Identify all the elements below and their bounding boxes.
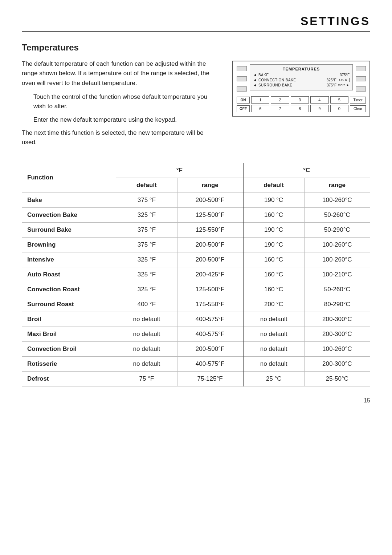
oven-panel-wrapper: TEMPERATURES ◄ BAKE 375°F ◄ CONVECTION B… [232,59,370,152]
intro-row: The default temperature of each function… [22,59,370,152]
cell-c-default: 160 °C [243,282,304,297]
cell-f-range: 125-500°F [177,207,243,222]
cell-c-default: no default [243,341,304,356]
cell-c-range: 200-300°C [304,312,370,327]
cell-function: Maxi Broil [22,327,116,341]
right-bar-3 [356,86,366,92]
key-on[interactable]: ON [237,97,250,104]
left-bars [237,64,247,93]
cell-f-range: 400-575°F [177,356,243,371]
keypad-row-2: OFF 6 7 8 9 0 Clear [237,105,366,112]
table-row: Intensive 325 °F 200-500°F 160 °C 100-26… [22,252,370,267]
key-6[interactable]: 6 [251,105,269,112]
key-clear[interactable]: Clear [350,105,366,112]
cell-f-range: 125-500°F [177,282,243,297]
right-bar-2 [356,76,366,81]
cell-f-default: no default [116,327,177,341]
keypad-row-1: ON 1 2 3 4 5 Timer [237,96,366,104]
bake-label: BAKE [258,73,340,77]
cell-function: Convection Broil [22,341,116,356]
key-1[interactable]: 1 [251,96,269,104]
key-timer[interactable]: Timer [350,97,366,104]
cell-f-default: 75 °F [116,371,177,386]
cell-function: Convection Roast [22,282,116,297]
intro-para-2: Touch the control of the function whose … [33,92,218,112]
side-bar-1 [237,66,247,71]
cell-c-range: 100-260°C [304,193,370,207]
col-header-f: °F [116,163,243,178]
cell-f-range: 175-550°F [177,297,243,312]
cell-function: Convection Bake [22,207,116,222]
convbake-temp: 325°F [327,78,336,82]
surrbake-temp: 375°F [327,83,336,87]
bake-arrow: ◄ [253,73,257,77]
cell-c-range: 100-260°C [304,252,370,267]
cell-function: Surround Bake [22,222,116,237]
cell-f-range: 200-500°F [177,341,243,356]
key-8[interactable]: 8 [291,105,309,112]
key-3[interactable]: 3 [291,96,309,104]
more-button[interactable]: more ► [338,83,350,87]
cell-c-default: 160 °C [243,252,304,267]
side-bar-2 [237,76,247,81]
key-4[interactable]: 4 [310,96,328,104]
right-bar-1 [356,66,366,71]
cell-c-default: 160 °C [243,207,304,222]
oven-panel: TEMPERATURES ◄ BAKE 375°F ◄ CONVECTION B… [232,61,370,117]
key-off[interactable]: OFF [237,105,250,112]
table-row: Convection Broil no default 200-500°F no… [22,341,370,356]
table-row: Convection Bake 325 °F 125-500°F 160 °C … [22,207,370,222]
cell-c-default: no default [243,356,304,371]
cell-c-default: 190 °C [243,222,304,237]
page-header: SETTINGS [22,15,370,32]
cell-c-default: 190 °C [243,237,304,252]
cell-f-default: no default [116,341,177,356]
key-9[interactable]: 9 [310,105,328,112]
cell-f-range: 400-575°F [177,312,243,327]
key-2[interactable]: 2 [271,96,289,104]
table-row: Convection Roast 325 °F 125-500°F 160 °C… [22,282,370,297]
cell-f-range: 75-125°F [177,371,243,386]
cell-f-default: 375 °F [116,193,177,207]
key-5[interactable]: 5 [330,96,348,104]
cell-function: Broil [22,312,116,327]
col-header-c: °C [243,163,370,178]
cell-c-default: 160 °C [243,267,304,282]
table-row: Surround Bake 375 °F 125-550°F 190 °C 50… [22,222,370,237]
cell-c-range: 50-260°C [304,282,370,297]
cell-c-range: 200-300°C [304,327,370,341]
cell-f-range: 400-575°F [177,327,243,341]
cell-c-default: 200 °C [243,297,304,312]
cell-c-range: 100-260°C [304,341,370,356]
table-row: Browning 375 °F 200-500°F 190 °C 100-260… [22,237,370,252]
disp-row-surrbake: ◄ SURROUND BAKE 375°F more ► [253,83,350,87]
cell-function: Surround Roast [22,297,116,312]
cell-f-range: 200-500°F [177,237,243,252]
cell-c-range: 25-50°C [304,371,370,386]
cell-f-default: 375 °F [116,237,177,252]
disp-row-convbake: ◄ CONVECTION BAKE 325°F OK ► [253,78,350,82]
cell-f-range: 200-425°F [177,267,243,282]
right-bars [356,64,366,93]
cell-c-default: 25 °C [243,371,304,386]
cell-function: Bake [22,193,116,207]
intro-para-1: The default temperature of each function… [22,59,218,88]
intro-para-4: The next time this function is selected,… [22,128,218,147]
table-row: Rotisserie no default 400-575°F no defau… [22,356,370,371]
cell-f-default: no default [116,356,177,371]
key-0[interactable]: 0 [330,105,348,112]
table-row: Auto Roast 325 °F 200-425°F 160 °C 100-2… [22,267,370,282]
ok-button[interactable]: OK ► [338,78,350,82]
cell-function: Browning [22,237,116,252]
cell-c-default: 190 °C [243,193,304,207]
table-row: Defrost 75 °F 75-125°F 25 °C 25-50°C [22,371,370,386]
key-7[interactable]: 7 [271,105,289,112]
cell-f-default: 325 °F [116,207,177,222]
cell-function: Auto Roast [22,267,116,282]
temp-table: Function °F °C default range default ran… [22,163,370,386]
table-row: Broil no default 400-575°F no default 20… [22,312,370,327]
page-title: SETTINGS [22,15,370,28]
cell-f-default: 325 °F [116,267,177,282]
cell-function: Intensive [22,252,116,267]
cell-f-range: 125-550°F [177,222,243,237]
